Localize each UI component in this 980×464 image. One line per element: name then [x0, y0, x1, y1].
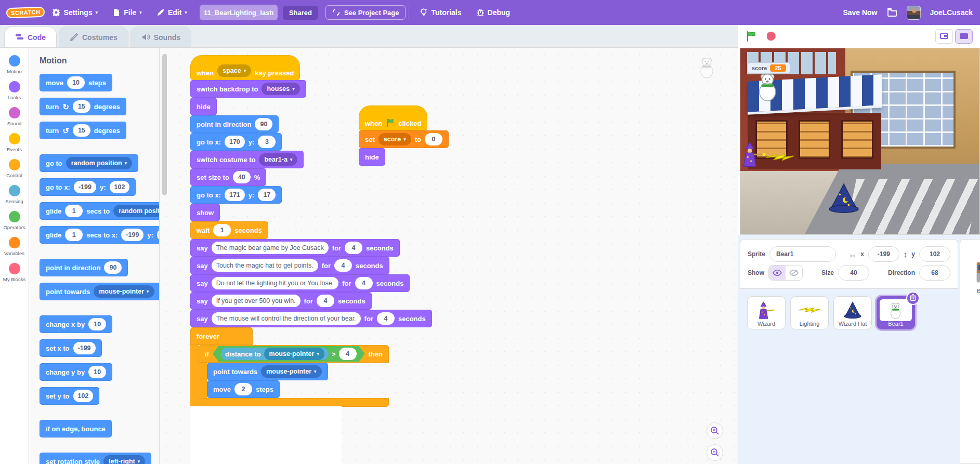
- script-block[interactable]: if on edge, bounce: [40, 420, 112, 438]
- script-block[interactable]: set y to102: [40, 387, 99, 405]
- script-block[interactable]: sayDo not let the lighting hit you or Yo…: [190, 274, 410, 292]
- value-input[interactable]: 10: [88, 366, 106, 378]
- stage-sprite-wizard-hat[interactable]: [828, 182, 860, 217]
- value-input[interactable]: 0: [425, 133, 442, 145]
- dropdown-field[interactable]: mouse-pointer▾: [261, 365, 321, 378]
- dropdown-field[interactable]: score▾: [378, 133, 411, 145]
- palette-block[interactable]: turn↻15degrees: [40, 98, 126, 115]
- value-input[interactable]: -199: [74, 181, 96, 193]
- dropdown-field[interactable]: random position▾: [66, 157, 132, 169]
- text-input[interactable]: Touch the magic hat to get points.: [212, 259, 318, 272]
- palette-block[interactable]: go torandom position▾: [40, 154, 138, 172]
- script-block[interactable]: change x by10: [40, 315, 112, 333]
- value-input[interactable]: 17: [258, 189, 276, 201]
- tab-code[interactable]: Code: [4, 26, 57, 47]
- value-input[interactable]: 4: [334, 259, 352, 272]
- green-flag-button[interactable]: [744, 30, 758, 43]
- script-block[interactable]: setscore▾to0: [359, 130, 449, 148]
- palette-block[interactable]: glide1secs to x:-199y:102: [40, 226, 160, 244]
- sprite-thumbnail-wizard[interactable]: Wizard: [747, 296, 786, 329]
- backdrop-thumbnail[interactable]: [976, 262, 980, 283]
- palette-block[interactable]: point towardsmouse-pointer▾: [40, 283, 160, 300]
- large-stage-toggle[interactable]: [955, 29, 973, 44]
- value-input[interactable]: 4: [377, 312, 395, 325]
- reporter-block[interactable]: distance tomouse-pointer▾: [221, 348, 329, 360]
- category-my-blocks[interactable]: My Blocks: [0, 263, 29, 282]
- value-input[interactable]: 102: [73, 390, 94, 402]
- code-canvas[interactable]: whenspace▾key pressedswitch backdrop toh…: [160, 48, 738, 464]
- dropdown-field[interactable]: mouse-pointer▾: [264, 348, 324, 360]
- sprite-thumbnail-lighting[interactable]: Lighting: [790, 296, 829, 329]
- palette-block[interactable]: change y by10: [40, 363, 112, 381]
- project-name-input[interactable]: [200, 5, 278, 20]
- script-block[interactable]: point towardsmouse-pointer▾: [40, 283, 160, 300]
- x-position-input[interactable]: -199: [868, 246, 899, 262]
- value-input[interactable]: 3: [258, 136, 276, 148]
- tab-costumes[interactable]: Costumes: [59, 26, 128, 47]
- dropdown-field[interactable]: space▾: [217, 64, 251, 77]
- text-input[interactable]: If you get over 500 you win.: [212, 295, 300, 307]
- stage-sprite-bear1[interactable]: [752, 70, 784, 104]
- show-sprite-button[interactable]: [769, 266, 786, 280]
- value-input[interactable]: 1: [65, 205, 83, 217]
- scratch-logo[interactable]: SCRATCH: [6, 7, 45, 19]
- y-position-input[interactable]: 102: [919, 246, 950, 262]
- palette-block[interactable]: turn↺15degrees: [40, 122, 126, 139]
- dropdown-field[interactable]: houses▾: [262, 83, 299, 95]
- canvas-scrollbar[interactable]: [162, 54, 167, 195]
- username-menu[interactable]: JoeLCusack: [930, 8, 973, 17]
- category-variables[interactable]: Variables: [0, 237, 29, 256]
- value-input[interactable]: 4: [345, 242, 362, 254]
- text-input[interactable]: The magic bear game by Joe Cusack: [212, 242, 329, 254]
- palette-block[interactable]: point in direction90: [40, 259, 128, 276]
- script-block[interactable]: turn↻15degrees: [40, 98, 126, 115]
- zoom-in-button[interactable]: [707, 422, 723, 439]
- script-block[interactable]: point in direction90: [190, 115, 279, 133]
- sprite-name-input[interactable]: [769, 246, 836, 262]
- script-block[interactable]: sayThe mouse will control the direction …: [190, 310, 432, 327]
- value-input[interactable]: 1: [213, 224, 231, 236]
- script-block[interactable]: switch backdrop tohouses▾: [190, 80, 306, 98]
- script-block[interactable]: move2steps: [207, 380, 280, 398]
- dropdown-field[interactable]: mouse-pointer▾: [94, 285, 154, 298]
- script-block[interactable]: change y by10: [40, 363, 112, 381]
- save-now-button[interactable]: Save Now: [843, 8, 877, 17]
- script-block[interactable]: glide1secs to x:-199y:102: [40, 226, 160, 244]
- edit-menu[interactable]: Edit ▾: [149, 0, 194, 25]
- script-block[interactable]: turn↺15degrees: [40, 122, 126, 139]
- script-block[interactable]: set size to40%: [190, 168, 266, 186]
- palette-block[interactable]: move10steps: [40, 74, 112, 91]
- small-stage-toggle[interactable]: [935, 29, 953, 44]
- script-block[interactable]: show: [190, 204, 220, 221]
- value-input[interactable]: 10: [88, 318, 106, 330]
- script-block[interactable]: set rotation styleleft-right▾: [40, 453, 151, 464]
- value-input[interactable]: 170: [225, 136, 245, 148]
- tab-sounds[interactable]: Sounds: [130, 26, 191, 47]
- palette-block[interactable]: change x by10: [40, 315, 112, 333]
- stop-button[interactable]: [764, 30, 778, 43]
- delete-sprite-button[interactable]: [906, 291, 920, 305]
- file-menu[interactable]: File ▾: [105, 0, 149, 25]
- c-block[interactable]: foreverifdistance tomouse-pointer▾>4then…: [190, 327, 389, 407]
- dropdown-field[interactable]: bear1-a▾: [259, 153, 297, 166]
- category-looks[interactable]: Looks: [0, 81, 29, 100]
- value-input[interactable]: 171: [225, 189, 245, 201]
- user-avatar[interactable]: [907, 6, 921, 20]
- value-input[interactable]: 15: [73, 100, 90, 113]
- script-block[interactable]: go to x:-199y:102: [40, 178, 136, 196]
- stage-sprite-wizard[interactable]: [740, 141, 767, 170]
- script-block[interactable]: sayIf you get over 500 you win.for4secon…: [190, 292, 372, 310]
- c-block[interactable]: ifdistance tomouse-pointer▾>4thenpoint t…: [199, 345, 389, 407]
- category-motion[interactable]: Motion: [0, 55, 29, 74]
- stage[interactable]: score 25: [740, 48, 980, 235]
- direction-input[interactable]: 68: [919, 265, 950, 281]
- value-input[interactable]: 2: [234, 383, 252, 395]
- value-input[interactable]: 40: [233, 171, 251, 183]
- value-input[interactable]: 10: [67, 76, 85, 89]
- value-input[interactable]: -199: [73, 342, 96, 354]
- script-block[interactable]: go torandom position▾: [40, 154, 138, 172]
- size-input[interactable]: 40: [838, 265, 869, 281]
- palette-block[interactable]: if on edge, bounce: [40, 420, 112, 438]
- folder-icon[interactable]: [887, 7, 897, 18]
- palette-block[interactable]: set rotation styleleft-right▾: [40, 453, 151, 464]
